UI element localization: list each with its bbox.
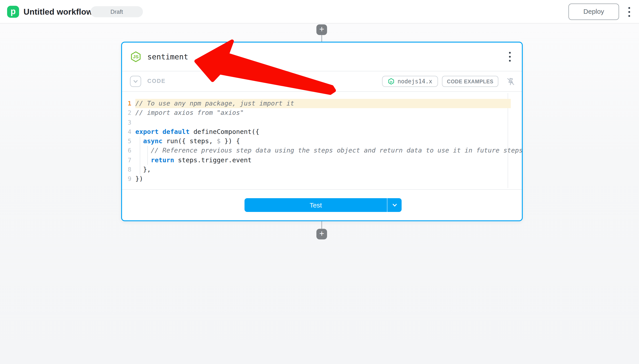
plus-icon: + [319,24,324,34]
nodejs-icon: JS [130,51,142,62]
collapse-section-button[interactable] [130,76,141,87]
code-line[interactable]: 7 return steps.trigger.event [122,156,522,165]
step-connector-top [321,34,322,42]
line-number: 8 [122,165,135,174]
chevron-down-icon [133,78,138,84]
line-number: 7 [122,156,135,165]
line-content: // Reference previous step data using th… [135,146,511,156]
chevron-down-icon [392,202,397,208]
code-line[interactable]: 9}) [122,174,522,184]
test-button[interactable]: Test [244,198,387,212]
line-number: 9 [122,174,135,184]
deploy-button[interactable]: Deploy [568,4,619,20]
line-number: 3 [122,118,135,127]
line-content: export default defineComponent({ [135,127,511,137]
runtime-label: nodejs14.x [398,78,432,85]
workflow-title[interactable]: Untitled workflow [24,0,93,24]
line-number: 2 [122,108,135,118]
line-content: // To use any npm package, just import i… [135,99,511,108]
code-lines: 1// To use any npm package, just import … [122,99,522,184]
code-line[interactable]: 6 // Reference previous step data using … [122,146,522,156]
app-header: p Untitled workflow Draft Deploy [0,0,639,24]
line-content: }) [135,174,511,184]
step-menu-button[interactable] [507,52,513,62]
step-footer: Test [122,190,522,220]
svg-text:js: js [390,80,392,83]
line-number: 6 [122,146,135,156]
code-line[interactable]: 8 }, [122,165,522,174]
workflow-canvas: + JS sentiment CODE [0,24,639,364]
section-label: CODE [147,72,166,91]
status-badge: Draft [91,6,143,17]
line-number: 5 [122,136,135,146]
line-content: async run({ steps, $ }) { [135,136,511,146]
code-line[interactable]: 2// import axios from "axios" [122,108,522,118]
step-toolbar: CODE js nodejs14.x CODE EXAMPLES [122,72,522,91]
add-step-button-top[interactable]: + [316,24,327,35]
code-line[interactable]: 5 async run({ steps, $ }) { [122,136,522,146]
add-step-button-bottom[interactable]: + [316,229,327,240]
svg-text:JS: JS [133,54,139,59]
pin-off-icon[interactable] [506,76,516,86]
code-step-card[interactable]: JS sentiment CODE js [121,42,523,221]
line-content: return steps.trigger.event [135,156,511,165]
test-options-button[interactable] [387,198,402,212]
code-editor[interactable]: 1// To use any npm package, just import … [122,92,522,189]
code-line[interactable]: 1// To use any npm package, just import … [122,99,522,108]
step-connector-bottom [321,221,322,229]
code-examples-button[interactable]: CODE EXAMPLES [442,76,498,87]
app-root: p Untitled workflow Draft Deploy + JS se… [0,0,639,364]
step-header: JS sentiment [122,42,522,71]
nodejs-icon-small: js [388,78,395,85]
test-split-button: Test [244,198,402,212]
line-number: 4 [122,127,135,137]
code-line[interactable]: 3 [122,118,522,127]
header-menu-button[interactable] [626,7,632,17]
plus-icon: + [319,229,324,238]
code-line[interactable]: 4export default defineComponent({ [122,127,522,137]
line-content: }, [135,165,511,174]
line-number: 1 [122,99,135,108]
step-name[interactable]: sentiment [147,42,188,71]
pipedream-logo-icon[interactable]: p [7,6,19,18]
line-content: // import axios from "axios" [135,108,511,118]
line-content [135,118,511,127]
runtime-selector[interactable]: js nodejs14.x [382,76,438,87]
